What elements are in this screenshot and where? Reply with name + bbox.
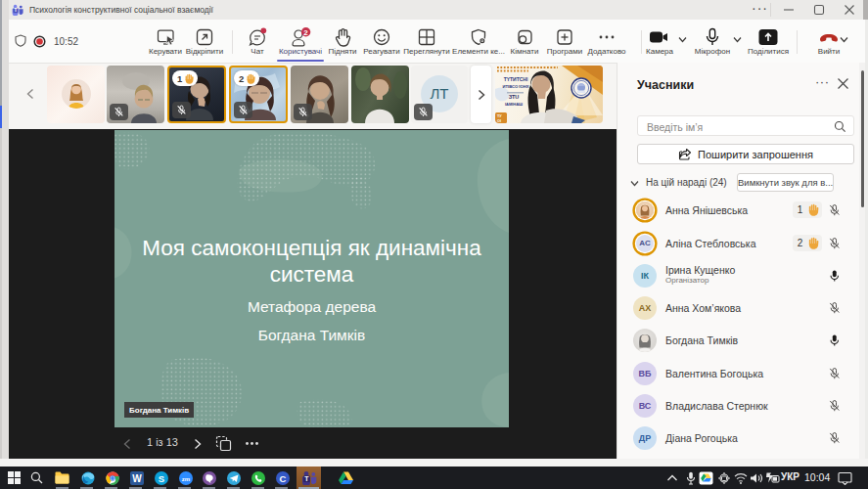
svg-text:ТYТИТСНІ: ТYТИТСНІ xyxy=(504,76,528,82)
svg-text:T: T xyxy=(14,7,18,13)
svg-text:ТУ: ТУ xyxy=(497,114,502,118)
svg-text:zm: zm xyxy=(181,475,189,481)
svg-text:W: W xyxy=(132,472,142,483)
svg-text:ИТІВСО ЇОНХ: ИТІВСО ЇОНХ xyxy=(502,84,528,89)
svg-text:2: 2 xyxy=(303,27,308,36)
svg-text:S: S xyxy=(158,472,163,483)
svg-text:T: T xyxy=(304,475,309,482)
svg-text:ЗТU: ЗТU xyxy=(509,94,520,100)
svg-text:C: C xyxy=(279,472,286,483)
svg-text:ОІ: ОІ xyxy=(497,119,501,123)
svg-text:ІАМІНАШ: ІАМІНАШ xyxy=(505,102,523,107)
